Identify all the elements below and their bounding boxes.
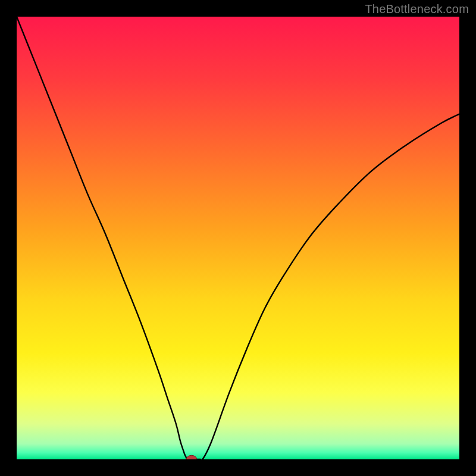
gradient-background [17,17,459,459]
bottleneck-chart [17,17,459,459]
chart-frame: TheBottleneck.com [0,0,476,476]
watermark-text: TheBottleneck.com [365,2,469,16]
plot-area [17,17,459,459]
